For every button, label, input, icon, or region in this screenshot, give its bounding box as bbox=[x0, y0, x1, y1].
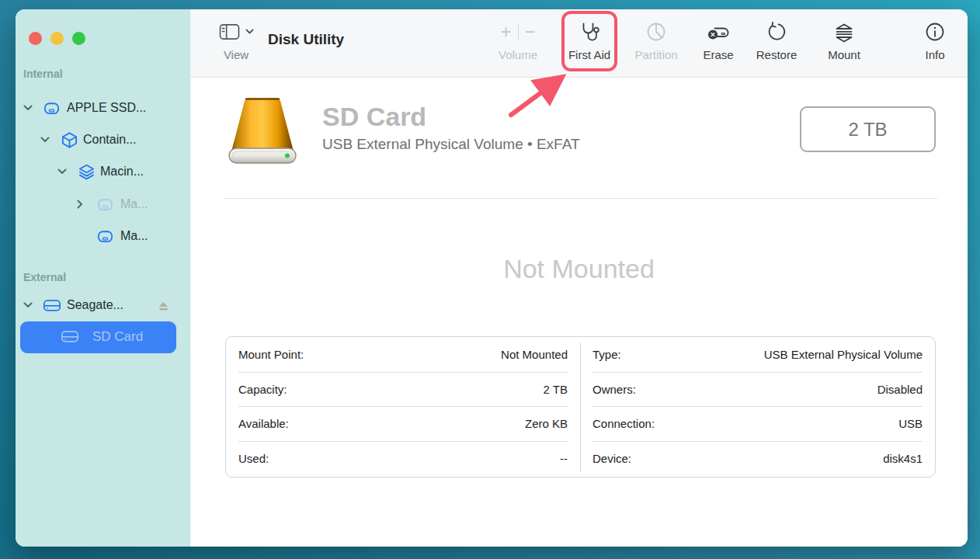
container-cube-icon bbox=[61, 131, 78, 149]
details-left-column: Mount Point: Not Mounted Capacity: 2 TB … bbox=[226, 337, 580, 477]
mount-status-text: Not Mounted bbox=[190, 254, 968, 284]
erase-disk-icon bbox=[689, 20, 748, 43]
sidebar-item-volume[interactable]: Ma... bbox=[16, 225, 190, 247]
close-window-button[interactable] bbox=[29, 32, 42, 45]
sidebar-item-label: Macin... bbox=[100, 165, 144, 179]
eject-icon[interactable] bbox=[158, 300, 169, 314]
mount-icon bbox=[815, 20, 874, 43]
table-column-divider bbox=[580, 342, 581, 471]
sidebar-item-label: Contain... bbox=[83, 133, 136, 147]
disk-utility-window: Internal APPLE SSD... Contain... bbox=[16, 9, 968, 547]
restore-arrow-icon bbox=[747, 20, 806, 43]
volume-subtitle: USB External Physical Volume • ExFAT bbox=[322, 136, 580, 153]
view-button-label: View bbox=[212, 48, 260, 61]
partition-button-label: Partition bbox=[627, 48, 686, 61]
partition-button[interactable]: Partition bbox=[627, 20, 686, 61]
detail-label: Type: bbox=[593, 348, 621, 361]
mount-button-label: Mount bbox=[815, 48, 874, 61]
details-right-column: Type: USB External Physical Volume Owner… bbox=[580, 337, 935, 477]
minimize-window-button[interactable] bbox=[50, 32, 64, 45]
table-row: Used: -- bbox=[238, 442, 568, 477]
mount-button[interactable]: Mount bbox=[815, 20, 874, 61]
sidebar-item-sd-card-selected[interactable]: SD Card bbox=[20, 321, 176, 353]
detail-label: Device: bbox=[593, 452, 631, 465]
sidebar-item-apple-ssd[interactable]: APPLE SSD... bbox=[16, 97, 190, 119]
detail-value: disk4s1 bbox=[883, 452, 923, 465]
sidebar-item-label: SD Card bbox=[92, 329, 143, 345]
sidebar-item-label: Ma... bbox=[120, 229, 148, 243]
detail-label: Owners: bbox=[593, 383, 636, 396]
chevron-down-icon[interactable] bbox=[57, 168, 67, 175]
detail-value: USB External Physical Volume bbox=[764, 348, 923, 361]
external-drive-icon bbox=[61, 328, 79, 348]
table-row: Connection: USB bbox=[593, 407, 923, 442]
chevron-down-icon[interactable] bbox=[40, 137, 50, 143]
erase-button[interactable]: Erase bbox=[689, 20, 748, 61]
info-button-label: Info bbox=[905, 48, 964, 61]
sidebar-section-external: External bbox=[23, 271, 66, 283]
sidebar-item-label: APPLE SSD... bbox=[67, 101, 146, 115]
table-row: Type: USB External Physical Volume bbox=[593, 338, 923, 373]
chevron-right-icon[interactable] bbox=[77, 200, 83, 209]
header-divider bbox=[224, 198, 937, 199]
internal-disk-icon bbox=[43, 99, 61, 117]
sidebar-item-macintosh-hd[interactable]: Macin... bbox=[16, 161, 190, 182]
info-button[interactable]: Info bbox=[905, 20, 964, 61]
detail-value: Disabled bbox=[877, 383, 923, 396]
detail-value: -- bbox=[560, 452, 568, 465]
sidebar-item-seagate[interactable]: Seagate... bbox=[16, 294, 190, 316]
main-content: SD Card USB External Physical Volume • E… bbox=[190, 78, 968, 547]
chevron-down-icon[interactable] bbox=[23, 105, 33, 111]
table-row: Device: disk4s1 bbox=[593, 442, 923, 477]
detail-label: Used: bbox=[238, 452, 269, 465]
detail-label: Mount Point: bbox=[238, 348, 304, 361]
sidebar-item-label: Ma... bbox=[120, 197, 148, 211]
table-row: Mount Point: Not Mounted bbox=[238, 338, 568, 373]
detail-label: Available: bbox=[238, 417, 289, 430]
volume-title: SD Card bbox=[322, 102, 426, 132]
view-button[interactable]: View bbox=[212, 22, 260, 61]
restore-button-label: Restore bbox=[747, 48, 806, 61]
chevron-down-icon bbox=[245, 29, 254, 35]
zoom-window-button[interactable] bbox=[72, 32, 85, 45]
sidebar-toggle-icon bbox=[219, 23, 240, 41]
volume-layers-icon bbox=[78, 163, 96, 181]
sidebar-item-label: Seagate... bbox=[67, 298, 123, 312]
restore-button[interactable]: Restore bbox=[747, 20, 806, 61]
detail-value: Zero KB bbox=[525, 417, 568, 430]
sidebar-section-internal: Internal bbox=[23, 68, 63, 80]
sidebar: Internal APPLE SSD... Contain... bbox=[16, 9, 190, 547]
desktop-background: Internal APPLE SSD... Contain... bbox=[0, 0, 980, 559]
chevron-down-icon[interactable] bbox=[23, 302, 33, 308]
erase-button-label: Erase bbox=[689, 48, 748, 61]
disk-icon bbox=[96, 227, 114, 245]
table-row: Owners: Disabled bbox=[593, 373, 923, 408]
sidebar-item-volume-dimmed[interactable]: Ma... bbox=[16, 193, 190, 215]
detail-label: Connection: bbox=[593, 417, 655, 430]
red-highlight-box bbox=[561, 11, 617, 71]
table-row: Capacity: 2 TB bbox=[238, 373, 568, 408]
window-title: Disk Utility bbox=[268, 31, 344, 48]
volume-button[interactable]: +− Volume bbox=[488, 20, 547, 61]
sidebar-item-container[interactable]: Contain... bbox=[16, 129, 190, 151]
details-table: Mount Point: Not Mounted Capacity: 2 TB … bbox=[225, 336, 936, 477]
partition-pie-icon bbox=[627, 20, 686, 43]
external-drive-image bbox=[224, 94, 301, 172]
table-row: Available: Zero KB bbox=[238, 407, 568, 442]
volume-plus-minus-icon: +− bbox=[488, 20, 547, 43]
detail-value: 2 TB bbox=[544, 383, 568, 396]
detail-value: USB bbox=[898, 417, 923, 430]
volume-button-label: Volume bbox=[488, 48, 547, 61]
detail-value: Not Mounted bbox=[501, 348, 568, 361]
info-icon bbox=[905, 20, 964, 43]
detail-label: Capacity: bbox=[238, 383, 287, 396]
red-arrow bbox=[497, 74, 575, 131]
disk-icon bbox=[96, 196, 114, 214]
external-drive-icon bbox=[43, 297, 61, 314]
capacity-badge: 2 TB bbox=[800, 106, 936, 152]
